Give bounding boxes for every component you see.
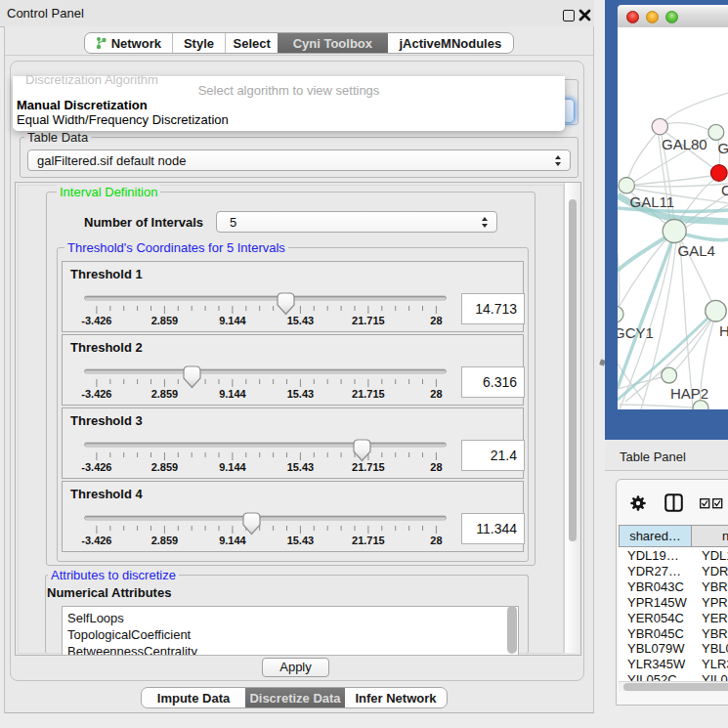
svg-text:C: C [721, 182, 728, 198]
svg-text:HAP2: HAP2 [670, 385, 708, 402]
svg-text:GAL4: GAL4 [678, 242, 715, 259]
svg-text:GAL11: GAL11 [630, 193, 675, 210]
svg-text:GA: GA [718, 140, 728, 156]
svg-text:GAL80: GAL80 [662, 136, 707, 152]
svg-text:GCY1: GCY1 [618, 324, 654, 341]
svg-text:H: H [719, 322, 728, 339]
